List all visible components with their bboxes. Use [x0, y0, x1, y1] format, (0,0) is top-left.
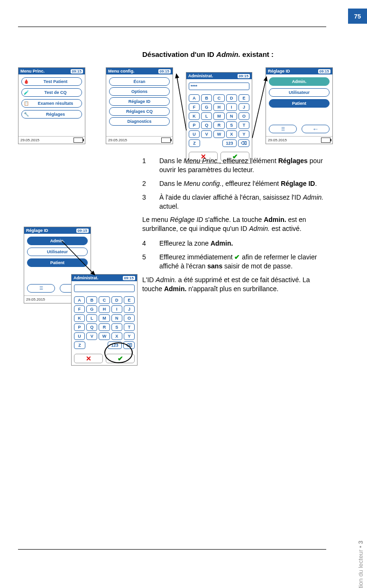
key2-u[interactable]: U: [74, 332, 85, 340]
top-rule: [18, 27, 326, 27]
key-v[interactable]: V: [201, 130, 212, 138]
kbd2-cancel-button[interactable]: ✕: [74, 354, 103, 363]
key-a[interactable]: A: [189, 94, 200, 102]
kbd1-keys: ABCDE FGHIJ KLMNO PQRST UVWXY Z123⌫: [189, 94, 249, 147]
key2-k[interactable]: K: [74, 314, 85, 322]
key2-123[interactable]: 123: [108, 341, 122, 349]
key-m[interactable]: M: [213, 112, 224, 120]
reglage-utilisateur-button[interactable]: Utilisateur: [269, 88, 330, 97]
section-title-post: existant :: [240, 50, 274, 58]
key2-backspace[interactable]: ⌫: [123, 341, 135, 349]
step-5: 5 Effleurez immédiatement ✔ afin de refe…: [142, 253, 331, 271]
key-f[interactable]: F: [189, 103, 200, 111]
key-s[interactable]: S: [226, 121, 237, 129]
key-backspace[interactable]: ⌫: [238, 139, 249, 147]
list-button-2[interactable]: ☰: [27, 284, 55, 293]
key2-b[interactable]: B: [86, 296, 97, 304]
config-item-reglages-cq[interactable]: Réglages CQ: [109, 107, 170, 116]
key-u[interactable]: U: [189, 130, 200, 138]
key2-t[interactable]: T: [124, 323, 135, 331]
screen1-date: 29.05.2015: [20, 138, 39, 142]
screen5-date: 29.05.2015: [26, 297, 45, 302]
key-q[interactable]: Q: [201, 121, 212, 129]
screen-menu-config: Menu config.09:15 Écran Options Réglage …: [106, 67, 173, 144]
key-c[interactable]: C: [213, 94, 224, 102]
list-icon: 📋: [24, 101, 29, 106]
key-l[interactable]: L: [201, 112, 212, 120]
key-123[interactable]: 123: [222, 139, 237, 147]
key-r[interactable]: R: [213, 121, 224, 129]
kbd2-time: 09:15: [123, 276, 135, 280]
kbd2-input[interactable]: [74, 285, 135, 292]
page-number-tab: 75: [348, 9, 367, 24]
screen5-title: Réglage ID: [26, 228, 48, 233]
key-h[interactable]: H: [213, 103, 224, 111]
key2-q[interactable]: Q: [86, 323, 97, 331]
key2-a[interactable]: A: [74, 296, 85, 304]
key2-j[interactable]: J: [124, 305, 135, 313]
reglage-admin-button[interactable]: Admin.: [269, 77, 330, 86]
back-button[interactable]: ←: [302, 125, 330, 133]
key2-o[interactable]: O: [124, 314, 135, 322]
paragraph-2: L'ID Admin. a été supprimé et est de ce …: [142, 276, 331, 294]
battery-icon: [73, 138, 83, 143]
check-icon: ✔: [234, 253, 240, 261]
menu-item-test-patient[interactable]: 🩸Test Patient: [21, 77, 82, 86]
key2-v[interactable]: V: [86, 332, 97, 340]
reglage5-utilisateur-button[interactable]: Utilisateur: [27, 248, 88, 256]
config-item-ecran[interactable]: Écran: [109, 77, 170, 86]
key-p[interactable]: P: [189, 121, 200, 129]
section-title: Désactivation d'un ID Admin. existant :: [142, 50, 274, 58]
key2-g[interactable]: G: [86, 305, 97, 313]
screen-menu-princ: Menu Princ.09:15 🩸Test Patient 🧪Test de …: [18, 67, 85, 144]
key2-x[interactable]: X: [111, 332, 122, 340]
key2-n[interactable]: N: [111, 314, 122, 322]
blood-drop-icon: 🩸: [24, 79, 29, 84]
key2-p[interactable]: P: [74, 323, 85, 331]
side-label: Configuration du lecteur • 3: [357, 541, 364, 588]
key-k[interactable]: K: [189, 112, 200, 120]
key2-i[interactable]: I: [111, 305, 122, 313]
kbd1-input[interactable]: ****: [189, 83, 249, 90]
key-i[interactable]: I: [226, 103, 237, 111]
key2-y[interactable]: Y: [124, 332, 135, 340]
key-n[interactable]: N: [226, 112, 237, 120]
key-e[interactable]: E: [239, 94, 249, 102]
key2-s[interactable]: S: [111, 323, 122, 331]
key2-z[interactable]: Z: [74, 341, 85, 349]
key2-h[interactable]: H: [99, 305, 110, 313]
key-y[interactable]: Y: [239, 130, 249, 138]
key2-w[interactable]: W: [99, 332, 110, 340]
config-item-reglage-id[interactable]: Réglage ID: [109, 97, 170, 106]
key2-e[interactable]: E: [124, 296, 135, 304]
key-b[interactable]: B: [201, 94, 212, 102]
key-o[interactable]: O: [239, 112, 249, 120]
list-button[interactable]: ☰: [269, 125, 297, 133]
key2-d[interactable]: D: [111, 296, 122, 304]
menu-item-reglages[interactable]: 🔧Réglages: [21, 110, 82, 119]
key-j[interactable]: J: [239, 103, 249, 111]
config-item-diagnostics[interactable]: Diagnostics: [109, 117, 170, 126]
reglage5-patient-button[interactable]: Patient: [27, 258, 88, 267]
menu-item-examen-resultats[interactable]: 📋Examen résultats: [21, 99, 82, 108]
reglage-patient-button[interactable]: Patient: [269, 99, 330, 108]
key-w[interactable]: W: [213, 130, 224, 138]
kbd1-title: Administrat.: [188, 74, 213, 78]
reglage5-admin-button[interactable]: Admin.: [27, 237, 88, 245]
key2-r[interactable]: R: [99, 323, 110, 331]
key2-c[interactable]: C: [99, 296, 110, 304]
config-item-options[interactable]: Options: [109, 87, 170, 96]
screen2-time: 09:15: [158, 69, 171, 74]
key-x[interactable]: X: [226, 130, 237, 138]
key-t[interactable]: T: [239, 121, 249, 129]
menu-item-test-cq[interactable]: 🧪Test de CQ: [21, 88, 82, 97]
key-z[interactable]: Z: [189, 139, 200, 147]
key2-m[interactable]: M: [99, 314, 110, 322]
wrench-icon: 🔧: [24, 112, 29, 117]
key2-f[interactable]: F: [74, 305, 85, 313]
section-title-pre: Désactivation d'un ID: [142, 50, 216, 58]
key-g[interactable]: G: [201, 103, 212, 111]
kbd2-ok-button[interactable]: ✔: [106, 354, 135, 363]
key2-l[interactable]: L: [86, 314, 97, 322]
key-d[interactable]: D: [226, 94, 237, 102]
